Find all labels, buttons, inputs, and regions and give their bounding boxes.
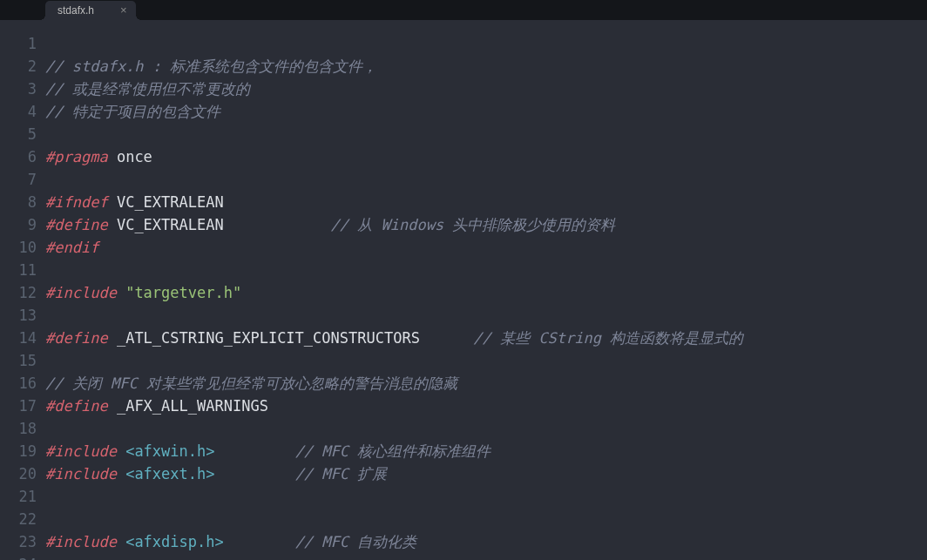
code-line: #define _ATL_CSTRING_EXPLICIT_CONSTRUCTO… xyxy=(45,327,927,349)
tab-bar: stdafx.h × xyxy=(0,0,927,20)
line-number: 8 xyxy=(0,191,45,213)
code-line: #include <afxext.h> // MFC 扩展 xyxy=(45,462,927,485)
line-number: 14 xyxy=(0,327,45,349)
code-line xyxy=(45,349,927,372)
code-line: // 特定于项目的包含文件 xyxy=(45,100,927,123)
code-area[interactable]: // stdafx.h : 标准系统包含文件的包含文件，// 或是经常使用但不常… xyxy=(45,20,927,560)
code-line: #define _AFX_ALL_WARNINGS xyxy=(45,395,927,417)
line-number: 11 xyxy=(0,259,45,281)
line-number: 2 xyxy=(0,55,45,78)
line-number: 6 xyxy=(0,145,45,168)
line-number: 3 xyxy=(0,78,45,100)
code-line xyxy=(45,259,927,281)
line-number: 22 xyxy=(0,508,45,530)
code-line: // 或是经常使用但不常更改的 xyxy=(45,78,927,100)
code-line: // 关闭 MFC 对某些常见但经常可放心忽略的警告消息的隐藏 xyxy=(45,372,927,395)
line-number: 12 xyxy=(0,281,45,304)
code-line xyxy=(45,553,927,560)
code-line xyxy=(45,32,927,55)
editor[interactable]: 123456789101112131415161718192021222324 … xyxy=(0,20,927,560)
tab-label: stdafx.h xyxy=(58,0,94,22)
line-number: 15 xyxy=(0,349,45,372)
line-number-gutter: 123456789101112131415161718192021222324 xyxy=(0,20,45,560)
line-number: 16 xyxy=(0,372,45,395)
line-number: 5 xyxy=(0,123,45,145)
line-number: 7 xyxy=(0,168,45,191)
line-number: 17 xyxy=(0,395,45,417)
code-line: #endif xyxy=(45,236,927,259)
code-line: #define VC_EXTRALEAN // 从 Windows 头中排除极少… xyxy=(45,213,927,236)
code-line: #pragma once xyxy=(45,145,927,168)
line-number: 10 xyxy=(0,236,45,259)
close-icon[interactable]: × xyxy=(120,0,127,22)
code-line: #ifndef VC_EXTRALEAN xyxy=(45,191,927,213)
line-number: 21 xyxy=(0,485,45,508)
line-number: 4 xyxy=(0,100,45,123)
line-number: 24 xyxy=(0,553,45,560)
code-line xyxy=(45,304,927,327)
line-number: 23 xyxy=(0,530,45,553)
code-line xyxy=(45,485,927,508)
code-line: // stdafx.h : 标准系统包含文件的包含文件， xyxy=(45,55,927,78)
code-line xyxy=(45,508,927,530)
line-number: 19 xyxy=(0,440,45,462)
line-number: 9 xyxy=(0,213,45,236)
code-line: #include "targetver.h" xyxy=(45,281,927,304)
code-line xyxy=(45,168,927,191)
line-number: 18 xyxy=(0,417,45,440)
code-line xyxy=(45,417,927,440)
code-line: #include <afxwin.h> // MFC 核心组件和标准组件 xyxy=(45,440,927,462)
line-number: 1 xyxy=(0,32,45,55)
line-number: 20 xyxy=(0,462,45,485)
line-number: 13 xyxy=(0,304,45,327)
code-line: #include <afxdisp.h> // MFC 自动化类 xyxy=(45,530,927,553)
tab-stdafx[interactable]: stdafx.h × xyxy=(45,1,136,20)
code-line xyxy=(45,123,927,145)
